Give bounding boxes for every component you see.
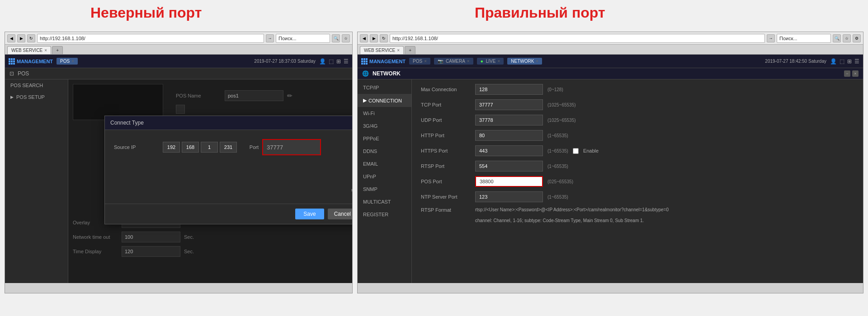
pos-port-input[interactable] (475, 176, 543, 187)
modal-title: Connect Type (110, 120, 144, 126)
ntp-port-label: NTP Server Port (421, 194, 471, 200)
right-camera-tab-close[interactable]: × (467, 59, 470, 64)
ip-octet-2[interactable] (182, 142, 199, 153)
connection-arrow: ▶ (363, 98, 367, 103)
http-port-input[interactable] (475, 130, 543, 141)
right-forward-btn[interactable]: ▶ (370, 34, 378, 42)
right-grid-icon (361, 58, 368, 65)
exit-icon[interactable]: ⬚ (329, 58, 334, 65)
right-address-bar[interactable]: http://192.168.1.108/ (390, 34, 765, 43)
sidebar-multicast[interactable]: MULTICAST (358, 195, 411, 208)
ip-octet-4[interactable] (220, 142, 237, 153)
sidebar-pos-setup[interactable]: ▶ POS SETUP (5, 91, 68, 103)
settings-icon[interactable]: ⚙ (351, 186, 352, 194)
sidebar-snmp[interactable]: SNMP (358, 183, 411, 195)
sidebar-register[interactable]: REGISTER (358, 208, 411, 221)
right-live-tab-close[interactable]: × (497, 59, 500, 64)
right-pos-tab-label: POS (413, 59, 422, 64)
sidebar-tcpip[interactable]: TCP/IP (358, 81, 411, 94)
right-live-tab-label: LIVE (486, 59, 496, 64)
right-tab-close-btn[interactable]: × (397, 48, 400, 53)
pos-port-label: POS Port (421, 179, 471, 184)
sidebar-pos-setup-label: POS SETUP (16, 94, 45, 100)
sidebar-pos-search[interactable]: POS SEARCH (5, 79, 68, 91)
right-fullscreen-icon[interactable]: ⊞ (847, 58, 852, 65)
ip-octet-1[interactable] (163, 142, 180, 153)
sidebar-wifi[interactable]: Wi-Fi (358, 107, 411, 120)
app-tab-right-network[interactable]: NETWORK × (507, 58, 542, 65)
sidebar-3g4g[interactable]: 3G/4G (358, 120, 411, 132)
go-btn[interactable]: → (266, 34, 274, 42)
fullscreen-icon[interactable]: ⊞ (336, 58, 341, 65)
expand-icon: ▶ (10, 95, 14, 99)
new-tab-btn[interactable]: + (52, 46, 63, 54)
pos-port-row: POS Port (025~65535) (421, 176, 854, 187)
right-star-btn[interactable]: ☆ (843, 34, 851, 42)
menu-icon[interactable]: ☰ (344, 58, 349, 65)
right-search-bar[interactable]: Поиск... (777, 34, 831, 43)
max-connection-row: Max Connection (0~128) (421, 84, 854, 95)
right-back-btn[interactable]: ◀ (360, 34, 368, 42)
window-controls: − × (844, 70, 859, 77)
right-refresh-btn[interactable]: ↻ (380, 34, 388, 42)
left-address-bar[interactable]: http://192.168.1.108/ (37, 34, 264, 43)
refresh-btn[interactable]: ↻ (27, 34, 35, 42)
app-tab-pos[interactable]: POS × (57, 58, 78, 65)
udp-port-label: UDP Port (421, 117, 471, 123)
left-app-window: MANAGEMENT POS × 2019-07-27 18:37:03 Sat… (5, 55, 352, 283)
app-logo-right: MANAGEMENT (361, 58, 406, 65)
minimize-btn[interactable]: − (844, 70, 850, 77)
sidebar-pppoe[interactable]: PPPoE (358, 132, 411, 145)
rtsp-format-note-row: channel: Channel, 1-16; subtype: Code-St… (421, 218, 854, 224)
close-win-btn[interactable]: × (852, 70, 859, 77)
user-icon[interactable]: 👤 (319, 58, 326, 65)
port-input[interactable] (262, 139, 321, 155)
tcp-port-input[interactable] (475, 99, 543, 110)
https-enable-checkbox[interactable] (573, 148, 579, 154)
right-settings-btn[interactable]: ⚙ (853, 34, 861, 42)
pos-sidebar: POS SEARCH ▶ POS SETUP (5, 79, 68, 283)
udp-port-input[interactable] (475, 115, 543, 125)
ip-input-group (163, 142, 237, 153)
left-app-toolbar: MANAGEMENT POS × 2019-07-27 18:37:03 Sat… (5, 55, 352, 68)
save-button[interactable]: Save (295, 209, 324, 219)
back-btn[interactable]: ◀ (7, 34, 15, 42)
right-app-toolbar: MANAGEMENT POS × 📷 CAMERA × ● LIVE × NET… (358, 55, 863, 68)
app-tab-right-pos[interactable]: POS × (409, 58, 430, 65)
ip-octet-3[interactable] (201, 142, 218, 153)
app-tab-right-live[interactable]: ● LIVE × (477, 58, 504, 65)
star-btn[interactable]: ☆ (342, 34, 350, 42)
app-tab-right-camera[interactable]: 📷 CAMERA × (434, 58, 473, 65)
right-browser-tab[interactable]: WEB SERVICE × (360, 46, 404, 54)
right-search-btn[interactable]: 🔍 (833, 34, 841, 42)
right-browser-window: ◀ ▶ ↻ http://192.168.1.108/ → Поиск... 🔍… (357, 32, 863, 293)
pos-tab-close[interactable]: × (71, 59, 74, 64)
left-browser-tab[interactable]: WEB SERVICE × (7, 46, 51, 54)
rtsp-port-input[interactable] (475, 161, 543, 172)
max-connection-input[interactable] (475, 84, 543, 95)
tab-label: WEB SERVICE (11, 48, 42, 53)
cancel-button[interactable]: Cancel (328, 209, 352, 219)
udp-port-row: UDP Port (1025~65535) (421, 115, 854, 125)
tab-close-btn[interactable]: × (44, 48, 47, 53)
sidebar-upnp[interactable]: UPnP (358, 170, 411, 183)
right-new-tab-btn[interactable]: + (405, 46, 415, 54)
sidebar-connection[interactable]: ▶ CONNECTION (358, 94, 411, 107)
sidebar-pos-search-label: POS SEARCH (10, 83, 43, 88)
forward-btn[interactable]: ▶ (17, 34, 25, 42)
rtsp-format-note: channel: Channel, 1-16; subtype: Code-St… (475, 218, 644, 224)
page-title-left: POS (18, 70, 29, 77)
right-menu-icon[interactable]: ☰ (854, 58, 859, 65)
ntp-port-input[interactable] (475, 191, 543, 202)
https-port-label: HTTPS Port (421, 148, 471, 153)
right-network-tab-close[interactable]: × (536, 59, 538, 64)
right-go-btn[interactable]: → (767, 34, 775, 42)
sidebar-ddns[interactable]: DDNS (358, 145, 411, 158)
right-pos-tab-close[interactable]: × (424, 59, 427, 64)
search-btn[interactable]: 🔍 (332, 34, 340, 42)
right-exit-icon[interactable]: ⬚ (840, 58, 844, 65)
sidebar-email[interactable]: EMAIL (358, 158, 411, 170)
https-port-input[interactable] (475, 145, 543, 156)
left-search-bar[interactable]: Поиск... (276, 34, 330, 43)
right-user-icon[interactable]: 👤 (830, 58, 837, 65)
